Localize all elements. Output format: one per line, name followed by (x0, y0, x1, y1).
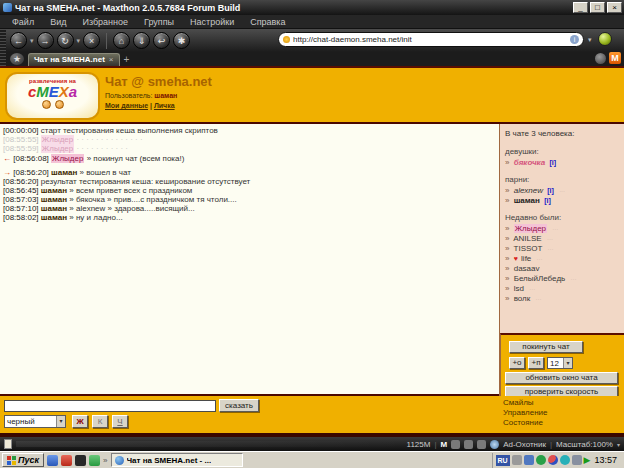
chat-log[interactable]: [00:00:00] старт тестирования кеша выпол… (0, 124, 499, 396)
list-item: » dasaav (505, 264, 624, 274)
enter-arrow-icon: → (3, 168, 11, 177)
forward-icon[interactable]: → (37, 32, 54, 49)
chevron-icon[interactable]: » (103, 456, 107, 465)
menu-view[interactable]: Вид (42, 17, 74, 27)
new-tab-button[interactable]: + (124, 54, 130, 65)
download-icon[interactable]: ⇓ (133, 32, 150, 49)
smeha-logo[interactable]: развлечения на сМЕХа (5, 72, 100, 120)
chat-message: [08:57:10] шаман » alexnew » здарова....… (0, 204, 499, 213)
italic-button[interactable]: К (92, 415, 108, 428)
ad-hunter-label[interactable]: Ad-Охотник (503, 440, 546, 449)
say-button[interactable]: сказать (219, 399, 259, 412)
images-icon[interactable] (464, 440, 473, 449)
menu-groups[interactable]: Группы (136, 17, 182, 27)
recent-user[interactable]: волк (514, 294, 531, 303)
underline-button[interactable]: Ч (112, 415, 128, 428)
address-url[interactable]: http://chat-daemon.smeha.net/init (293, 35, 567, 44)
tray-icon-3[interactable] (536, 455, 546, 465)
add-o-button[interactable]: +о (509, 357, 525, 369)
tray-icon-6[interactable] (572, 455, 582, 465)
back-dropdown-icon[interactable]: ▾ (30, 37, 34, 45)
taskbar-task-button[interactable]: Чат на SMEHA.net - ... (111, 453, 243, 467)
user-shaman[interactable]: шаман (514, 196, 540, 205)
recent-user[interactable]: life (521, 254, 531, 263)
tray-icon-4[interactable] (548, 455, 558, 465)
quicklaunch-icon-2[interactable] (61, 455, 72, 466)
sidebar-grip[interactable] (0, 29, 6, 66)
zoom-level[interactable]: Масштаб:100% (556, 440, 613, 449)
taskbar-clock: 13:57 (592, 455, 619, 465)
quicklaunch-icon-3[interactable] (75, 455, 86, 466)
info-link[interactable]: [i] (547, 187, 554, 194)
quicklaunch-icon-4[interactable] (89, 455, 100, 466)
menu-file[interactable]: Файл (4, 17, 42, 27)
chat-message: [08:55:55] Жлыдер · · · · · · · · · · · … (0, 135, 499, 144)
bold-button[interactable]: Ж (72, 415, 88, 428)
faint-note: ··· (552, 226, 558, 232)
management-link[interactable]: Управление (503, 408, 547, 418)
tab-close-icon[interactable]: × (109, 55, 114, 64)
refresh-chat-button[interactable]: обновить окно чата (505, 372, 618, 384)
menu-help[interactable]: Справка (242, 17, 293, 27)
tab-chat-smeha[interactable]: Чат на SMEHA.net × (28, 53, 120, 66)
font-size-select[interactable]: 12 ▾ (547, 357, 573, 369)
recent-user[interactable]: TISSOT (514, 244, 543, 253)
tray-icon-5[interactable] (560, 455, 570, 465)
minimize-button[interactable]: _ (573, 2, 588, 13)
maxthon-logo-icon[interactable]: M (609, 52, 621, 64)
go-button[interactable] (598, 32, 612, 46)
chat-message: [08:55:59] Жлыдер · · · · · · · · · · · (0, 144, 499, 153)
stop-icon[interactable]: × (83, 32, 100, 49)
printer-icon[interactable] (451, 440, 460, 449)
refresh-dropdown-icon[interactable]: ▾ (77, 37, 81, 45)
info-link[interactable]: [i] (544, 197, 551, 204)
shield-icon[interactable] (477, 440, 486, 449)
add-p-button[interactable]: +п (528, 357, 544, 369)
address-dropdown-icon[interactable]: ▾ (588, 36, 592, 44)
message-input[interactable] (4, 400, 216, 412)
tray-icon-1[interactable] (512, 455, 522, 465)
color-select[interactable]: черный ▾ (4, 415, 66, 428)
my-data-link[interactable]: Мои данные (105, 102, 148, 109)
home-icon[interactable]: ⌂ (113, 32, 130, 49)
user-byakochka[interactable]: бякочка (514, 158, 545, 167)
message-text: · · · · · · · · · · · (76, 144, 128, 153)
tray-icon-2[interactable] (524, 455, 534, 465)
private-messages-link[interactable]: Личка (154, 102, 175, 109)
info-link[interactable]: [i] (549, 159, 556, 166)
taskbar: Пуск » Чат на SMEHA.net - ... RU ▶ 13:57 (0, 451, 624, 468)
undo-icon[interactable]: ↩ (153, 32, 170, 49)
tools-icon[interactable]: ✱ (173, 32, 190, 49)
recent-user[interactable]: Жлыдер (514, 224, 547, 233)
leave-chat-button[interactable]: покинуть чат (509, 341, 583, 353)
start-button[interactable]: Пуск (2, 453, 44, 467)
chevron-down-icon[interactable]: ▾ (563, 358, 572, 368)
globe-icon (490, 440, 499, 449)
smiles-link[interactable]: Смайлы (503, 398, 547, 408)
back-icon[interactable]: ← (10, 32, 27, 49)
message-text: » вошел в чат (80, 168, 131, 177)
state-link[interactable]: Состояние (503, 418, 547, 428)
nickname: шаман (41, 213, 67, 222)
language-indicator[interactable]: RU (496, 455, 510, 466)
address-info-icon[interactable]: i (570, 35, 579, 44)
close-button[interactable]: × (607, 2, 622, 13)
maximize-button[interactable]: □ (590, 2, 605, 13)
menu-settings[interactable]: Настройки (182, 17, 242, 27)
recent-user[interactable]: dasaav (514, 264, 540, 273)
chevron-down-icon[interactable]: ▾ (617, 441, 620, 448)
quicklaunch-icon-1[interactable] (47, 455, 58, 466)
address-bar[interactable]: http://chat-daemon.smeha.net/init i (278, 32, 584, 47)
menu-favorites[interactable]: Избранное (74, 17, 136, 27)
recent-user[interactable]: БелыйЛебедь (514, 274, 566, 283)
refresh-icon[interactable]: ↻ (57, 32, 74, 49)
user-alexnew[interactable]: alexnew (514, 186, 543, 195)
nickname: шаман (41, 204, 67, 213)
proxy-icon[interactable] (595, 53, 606, 64)
m-badge[interactable]: M (440, 440, 447, 449)
favorites-star-icon[interactable]: ★ (10, 53, 24, 65)
play-icon[interactable]: ▶ (584, 455, 591, 465)
chevron-down-icon[interactable]: ▾ (56, 416, 65, 427)
recent-user[interactable]: lsd (514, 284, 524, 293)
recent-user[interactable]: ANILSE (513, 234, 541, 243)
